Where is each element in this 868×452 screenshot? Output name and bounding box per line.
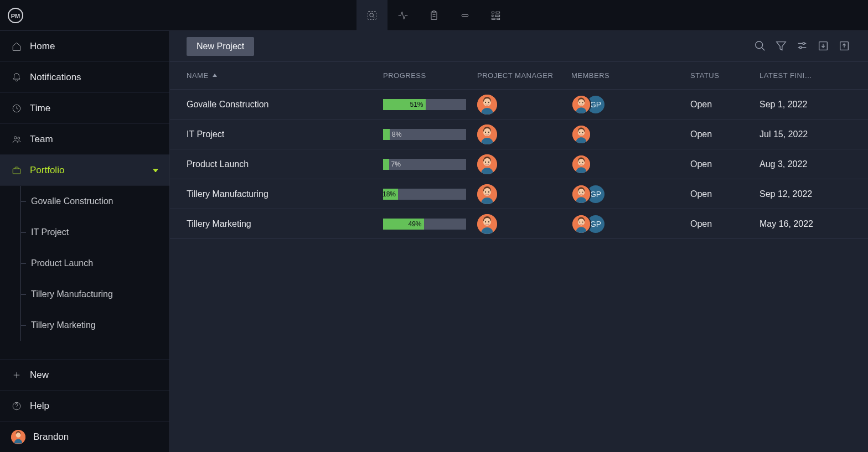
- home-icon: [11, 41, 22, 52]
- sidebar-label: Help: [30, 401, 49, 412]
- sidebar-label: Home: [30, 41, 55, 52]
- topbar-clipboard-icon[interactable]: [418, 0, 450, 31]
- app-logo[interactable]: PM: [0, 0, 31, 31]
- chevron-down-icon: [153, 165, 158, 176]
- svg-marker-29: [777, 41, 786, 50]
- team-icon: [11, 134, 22, 145]
- svg-point-18: [18, 137, 20, 139]
- cell-progress: 7%: [383, 159, 477, 170]
- sidebar-item-home[interactable]: Home: [0, 31, 169, 62]
- sidebar-label: Time: [30, 103, 50, 114]
- new-project-button[interactable]: New Project: [187, 37, 254, 56]
- svg-rect-12: [492, 15, 494, 17]
- sidebar-subitem-label: Tillery Manufacturing: [31, 289, 113, 299]
- topbar: PM: [0, 0, 868, 31]
- topbar-zoom-icon[interactable]: [356, 0, 388, 31]
- avatar: [477, 184, 497, 204]
- cell-name: Tillery Manufacturing: [187, 189, 383, 199]
- cell-progress: 49%: [383, 219, 477, 230]
- topbar-activity-icon[interactable]: [388, 0, 418, 31]
- sidebar-label: Portfolio: [30, 165, 64, 176]
- progress-value: [383, 159, 389, 170]
- progress-bar: 18%: [383, 189, 466, 200]
- column-header-finish[interactable]: LATEST FINI…: [760, 71, 851, 80]
- filter-icon[interactable]: [775, 40, 788, 53]
- pm-logo-icon: PM: [7, 7, 24, 24]
- sidebar-subitem[interactable]: Govalle Construction: [0, 186, 169, 217]
- sidebar-item-time[interactable]: Time: [0, 93, 169, 124]
- cell-progress: 18%: [383, 189, 477, 200]
- sidebar-label: Notifications: [30, 72, 81, 83]
- sidebar-subitem-label: Tillery Marketing: [31, 320, 96, 330]
- cell-progress: 51%: [383, 99, 477, 110]
- sidebar-item-notifications[interactable]: Notifications: [0, 62, 169, 93]
- projects-table: NAME PROGRESS PROJECT MANAGER MEMBERS ST…: [170, 62, 868, 452]
- svg-point-26: [16, 433, 21, 438]
- column-header-name[interactable]: NAME: [187, 71, 383, 80]
- svg-rect-9: [462, 14, 468, 16]
- cell-project-manager: [477, 124, 571, 144]
- sidebar-subitem[interactable]: Product Launch: [0, 248, 169, 279]
- table-row[interactable]: Tillery Marketing49%GPOpenMay 16, 2022: [170, 209, 868, 239]
- sidebar-label: Team: [30, 134, 53, 145]
- svg-rect-2: [368, 11, 376, 19]
- cell-project-manager: [477, 154, 571, 174]
- export-icon[interactable]: [838, 40, 851, 53]
- settings-sliders-icon[interactable]: [796, 40, 809, 53]
- sidebar-subitem[interactable]: IT Project: [0, 217, 169, 248]
- table-row[interactable]: Tillery Manufacturing18%GPOpenSep 12, 20…: [170, 179, 868, 209]
- clock-icon: [11, 103, 22, 114]
- topbar-flow-icon[interactable]: [480, 0, 512, 31]
- cell-status: Open: [690, 159, 760, 169]
- avatar: [477, 214, 497, 234]
- sidebar-label: New: [30, 370, 49, 381]
- avatar: [571, 214, 591, 234]
- cell-project-manager: [477, 184, 571, 204]
- table-row[interactable]: IT Project8%OpenJul 15, 2022: [170, 120, 868, 149]
- column-header-progress[interactable]: PROGRESS: [383, 71, 477, 80]
- avatar: [571, 124, 591, 144]
- svg-marker-38: [213, 74, 217, 77]
- import-icon[interactable]: [817, 40, 830, 53]
- cell-name: Govalle Construction: [187, 100, 383, 110]
- svg-rect-5: [431, 12, 437, 19]
- cell-finish: Sep 1, 2022: [760, 100, 851, 110]
- svg-rect-14: [492, 18, 495, 20]
- sidebar-subitem-label: Govalle Construction: [31, 196, 113, 206]
- plus-icon: [11, 370, 22, 381]
- sidebar-subitem[interactable]: Tillery Marketing: [0, 310, 169, 341]
- sidebar-item-team[interactable]: Team: [0, 124, 169, 155]
- sidebar-item-user[interactable]: Brandon: [0, 421, 169, 452]
- table-row[interactable]: Govalle Construction51%GPOpenSep 1, 2022: [170, 90, 868, 120]
- svg-line-4: [373, 16, 375, 18]
- progress-bar: 8%: [383, 129, 466, 140]
- sidebar-item-new[interactable]: New: [0, 359, 169, 390]
- progress-value: 51%: [383, 99, 426, 110]
- topbar-attachment-icon[interactable]: [450, 0, 480, 31]
- progress-bar: 51%: [383, 99, 466, 110]
- cell-members: GP: [571, 184, 690, 204]
- svg-point-33: [799, 46, 802, 48]
- column-header-status[interactable]: STATUS: [690, 71, 760, 80]
- table-header: NAME PROGRESS PROJECT MANAGER MEMBERS ST…: [170, 62, 868, 90]
- bell-icon: [11, 72, 22, 83]
- avatar: [477, 124, 497, 144]
- svg-rect-13: [495, 15, 499, 17]
- sidebar-item-help[interactable]: Help: [0, 390, 169, 421]
- table-row[interactable]: Product Launch7%OpenAug 3, 2022: [170, 149, 868, 179]
- sidebar-subitem[interactable]: Tillery Manufacturing: [0, 279, 169, 310]
- column-header-members[interactable]: MEMBERS: [571, 71, 690, 80]
- svg-text:PM: PM: [11, 13, 20, 19]
- progress-value: 49%: [383, 219, 424, 230]
- cell-members: [571, 154, 690, 174]
- cell-project-manager: [477, 214, 571, 234]
- help-icon: [11, 401, 22, 412]
- search-icon[interactable]: [754, 40, 767, 53]
- main-toolbar: New Project: [170, 31, 868, 62]
- sidebar-label: Brandon: [33, 432, 69, 443]
- sidebar-item-portfolio[interactable]: Portfolio: [0, 155, 169, 186]
- cell-members: [571, 124, 690, 144]
- column-header-pm[interactable]: PROJECT MANAGER: [477, 71, 571, 80]
- user-avatar: [11, 430, 25, 444]
- cell-name: Tillery Marketing: [187, 219, 383, 229]
